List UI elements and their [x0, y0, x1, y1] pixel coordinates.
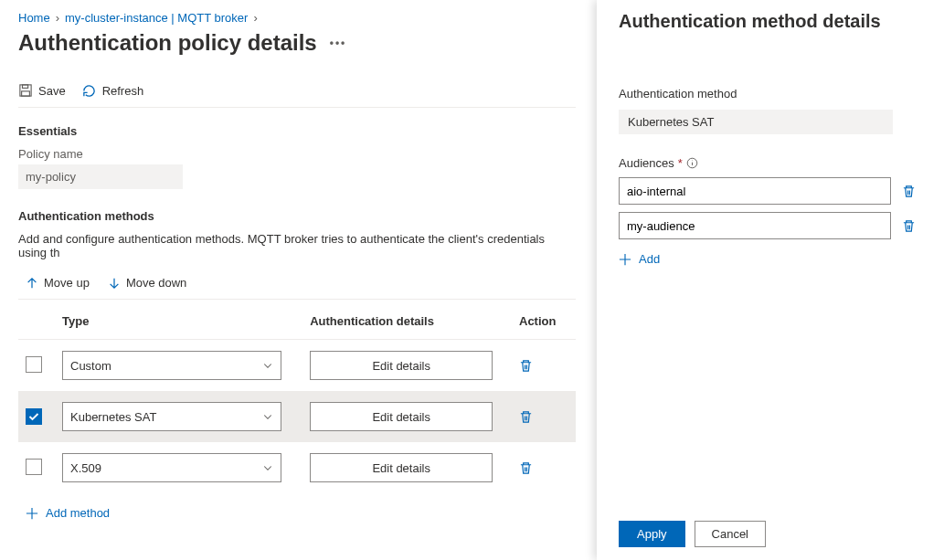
add-audience-button[interactable]: Add	[619, 252, 922, 266]
edit-details-button[interactable]: Edit details	[310, 453, 493, 482]
col-type: Type	[55, 303, 302, 340]
audiences-label: Audiences *	[619, 156, 922, 170]
policy-name-input	[18, 164, 183, 189]
table-row: Kubernetes SATEdit details	[18, 391, 576, 442]
audience-row	[619, 212, 922, 239]
delete-icon[interactable]	[519, 359, 568, 373]
more-menu-button[interactable]: •••	[330, 37, 347, 49]
move-up-button[interactable]: Move up	[26, 276, 90, 290]
delete-icon[interactable]	[902, 185, 916, 198]
arrow-up-icon	[26, 277, 38, 290]
panel-footer: Apply Cancel	[619, 510, 922, 560]
edit-details-button[interactable]: Edit details	[310, 351, 493, 380]
move-down-button[interactable]: Move down	[108, 276, 186, 290]
plus-icon	[26, 507, 38, 520]
save-label: Save	[38, 84, 66, 98]
type-value: Custom	[70, 359, 111, 373]
info-icon[interactable]	[686, 157, 698, 169]
apply-button[interactable]: Apply	[619, 521, 685, 547]
audience-input[interactable]	[619, 212, 891, 239]
type-select[interactable]: Custom	[62, 351, 281, 380]
cancel-button[interactable]: Cancel	[695, 521, 766, 547]
type-value: Kubernetes SAT	[70, 410, 156, 424]
essentials-heading: Essentials	[18, 124, 576, 138]
toolbar: Save Refresh	[18, 78, 576, 108]
move-up-label: Move up	[44, 276, 90, 290]
chevron-down-icon	[262, 360, 273, 371]
delete-icon[interactable]	[519, 410, 568, 424]
svg-rect-1	[23, 85, 28, 89]
page-title: Authentication policy details •••	[18, 30, 576, 56]
svg-rect-2	[22, 91, 30, 96]
chevron-right-icon: ›	[253, 11, 257, 25]
save-icon	[18, 83, 33, 98]
audience-input[interactable]	[619, 177, 891, 205]
refresh-label: Refresh	[102, 84, 144, 98]
type-value: X.509	[70, 461, 101, 475]
auth-method-label: Authentication method	[619, 87, 922, 100]
policy-name-label: Policy name	[18, 147, 576, 161]
save-button[interactable]: Save	[18, 83, 66, 98]
breadcrumb: Home › my-cluster-instance | MQTT broker…	[18, 11, 576, 25]
table-row: X.509Edit details	[18, 442, 576, 493]
type-select[interactable]: Kubernetes SAT	[62, 402, 281, 431]
methods-heading: Authentication methods	[18, 209, 576, 223]
row-checkbox[interactable]	[26, 356, 42, 373]
col-details: Authentication details	[302, 303, 512, 340]
edit-details-button[interactable]: Edit details	[310, 402, 493, 431]
chevron-right-icon: ›	[56, 11, 59, 25]
audience-row	[619, 177, 922, 205]
refresh-button[interactable]: Refresh	[82, 83, 144, 98]
delete-icon[interactable]	[519, 461, 568, 475]
reorder-toolbar: Move up Move down	[18, 269, 576, 300]
refresh-icon	[82, 83, 97, 98]
required-asterisk: *	[678, 156, 683, 170]
chevron-down-icon	[262, 411, 273, 422]
methods-description: Add and configure authentication methods…	[18, 232, 576, 259]
add-method-label: Add method	[46, 506, 110, 520]
methods-table: Type Authentication details Action Custo…	[18, 303, 576, 493]
delete-icon[interactable]	[902, 219, 916, 233]
auth-method-value: Kubernetes SAT	[619, 110, 893, 134]
page-title-text: Authentication policy details	[18, 30, 317, 56]
add-method-button[interactable]: Add method	[18, 506, 576, 520]
add-audience-label: Add	[639, 252, 660, 266]
arrow-down-icon	[108, 277, 121, 290]
row-checkbox[interactable]	[26, 408, 42, 425]
details-panel: Authentication method details Authentica…	[597, 0, 944, 560]
col-action: Action	[512, 303, 576, 340]
table-row: CustomEdit details	[18, 340, 576, 392]
row-checkbox[interactable]	[26, 459, 42, 475]
breadcrumb-cluster[interactable]: my-cluster-instance | MQTT broker	[65, 11, 248, 25]
audiences-label-text: Audiences	[619, 156, 674, 170]
move-down-label: Move down	[126, 276, 186, 290]
type-select[interactable]: X.509	[62, 453, 281, 482]
breadcrumb-home[interactable]: Home	[18, 11, 50, 25]
plus-icon	[619, 253, 631, 266]
chevron-down-icon	[262, 462, 273, 473]
panel-title: Authentication method details	[619, 11, 922, 32]
